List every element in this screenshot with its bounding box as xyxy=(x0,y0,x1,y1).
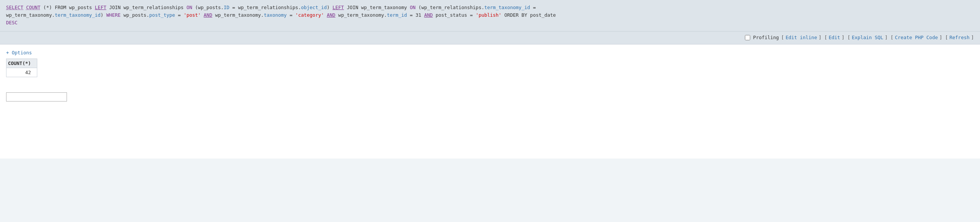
refresh-link[interactable]: Refresh xyxy=(950,35,970,40)
column-header: COUNT(*) xyxy=(6,59,37,68)
count-value: 42 xyxy=(6,68,37,77)
keyword-left-2: LEFT xyxy=(332,5,344,10)
edit-link[interactable]: Edit xyxy=(829,35,840,40)
search-input[interactable] xyxy=(6,92,67,101)
result-table: COUNT(*) 42 xyxy=(6,59,37,77)
keyword-desc: DESC xyxy=(6,20,18,25)
keyword-on-1: ON xyxy=(186,5,192,10)
create-php-link[interactable]: Create PHP Code xyxy=(895,35,938,40)
keyword-left-1: LEFT xyxy=(95,5,106,10)
sql-query: SELECT COUNT (*) FROM wp_posts LEFT JOIN… xyxy=(6,4,974,27)
options-link[interactable]: + Options xyxy=(6,50,32,56)
edit-inline-link[interactable]: Edit inline xyxy=(786,35,817,40)
profiling-checkbox[interactable] xyxy=(745,35,750,40)
profiling-label: Profiling xyxy=(753,35,779,40)
keyword-where: WHERE xyxy=(106,12,121,18)
keyword-and-2: AND xyxy=(327,12,336,18)
keyword-select: SELECT xyxy=(6,5,23,10)
sql-panel: SELECT COUNT (*) FROM wp_posts LEFT JOIN… xyxy=(0,0,980,32)
explain-sql-link[interactable]: Explain SQL xyxy=(852,35,883,40)
toolbar: Profiling [ Edit inline ] [ Edit ] [ Exp… xyxy=(0,32,980,44)
keyword-and-3: AND xyxy=(424,12,433,18)
table-row: 42 xyxy=(6,68,37,77)
keyword-and-1: AND xyxy=(204,12,212,18)
keyword-count: COUNT xyxy=(26,5,41,10)
keyword-on-2: ON xyxy=(410,5,415,10)
content-area: + Options COUNT(*) 42 xyxy=(0,44,980,159)
